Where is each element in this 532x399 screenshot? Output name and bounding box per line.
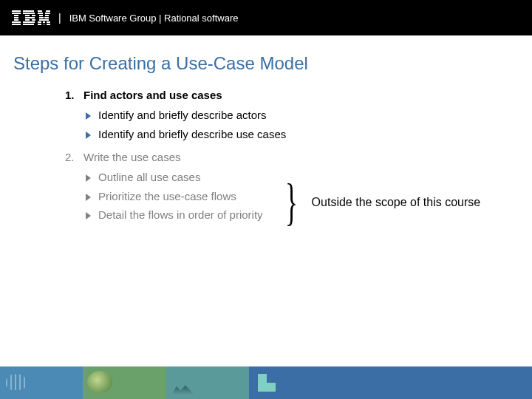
svg-rect-14 — [23, 21, 35, 23]
svg-rect-27 — [47, 21, 50, 23]
bullet-icon — [86, 174, 91, 182]
footer-graphic-1 — [0, 366, 83, 399]
step-2-head: 2. Write the use cases — [65, 151, 519, 163]
svg-rect-9 — [25, 15, 30, 16]
header-divider: | — [58, 12, 61, 24]
footer-graphic-2 — [83, 366, 166, 399]
svg-rect-2 — [14, 15, 18, 16]
svg-rect-13 — [32, 19, 35, 21]
step-1-head: 1. Find actors and use cases — [65, 89, 519, 101]
svg-rect-25 — [38, 21, 41, 23]
step-2-sub-1-text: Outline all use cases — [98, 168, 200, 187]
svg-rect-1 — [12, 13, 21, 14]
svg-rect-8 — [23, 13, 35, 14]
footer-graphic-3 — [166, 366, 249, 399]
step-1: 1. Find actors and use cases Identify an… — [65, 89, 519, 143]
step-1-sub-2-text: Identify and briefly describe use cases — [98, 125, 286, 144]
footer-bar — [0, 366, 532, 399]
svg-rect-5 — [12, 21, 21, 23]
bullet-icon — [86, 194, 91, 201]
svg-rect-24 — [39, 19, 49, 21]
footer-brand-block — [415, 366, 532, 399]
page-title: Steps for Creating a Use-Case Model — [13, 53, 519, 74]
step-2-sub-3-text: Detail the flows in order of priority — [98, 205, 263, 225]
svg-rect-15 — [23, 24, 34, 25]
svg-rect-6 — [12, 24, 21, 25]
brace-icon: } — [285, 180, 298, 225]
ibm-logo — [12, 10, 50, 25]
svg-rect-7 — [23, 10, 34, 12]
step-1-num: 1. — [65, 89, 75, 101]
svg-rect-3 — [14, 17, 18, 18]
step-2-num: 2. — [65, 151, 75, 163]
bullet-icon — [86, 212, 91, 219]
svg-rect-18 — [38, 13, 43, 14]
footer-graphic-4 — [249, 366, 332, 399]
header-bar: | IBM Software Group | Rational software — [0, 0, 532, 35]
annotation-text: Outside the scope of this course — [312, 196, 481, 209]
svg-rect-0 — [12, 10, 21, 12]
svg-rect-22 — [39, 17, 44, 18]
svg-rect-11 — [25, 17, 35, 18]
step-1-sub-1-text: Identify and briefly describe actors — [98, 106, 267, 125]
step-1-label: Find actors and use cases — [83, 89, 222, 101]
svg-rect-28 — [38, 24, 41, 25]
svg-rect-20 — [39, 15, 43, 16]
header-spacer — [0, 35, 532, 46]
bullet-icon — [86, 112, 91, 120]
svg-rect-26 — [43, 21, 45, 23]
svg-rect-17 — [46, 10, 50, 12]
step-2-sub-2-text: Prioritize the use-case flows — [98, 187, 236, 206]
svg-rect-12 — [25, 19, 30, 21]
scope-annotation: } Outside the scope of this course — [285, 180, 480, 225]
svg-rect-21 — [45, 15, 49, 16]
svg-rect-4 — [14, 19, 18, 21]
svg-rect-10 — [32, 15, 35, 16]
footer-graphics — [0, 366, 415, 399]
svg-rect-19 — [45, 13, 50, 14]
step-1-sub-1: Identify and briefly describe actors — [86, 106, 519, 125]
step-2-label: Write the use cases — [83, 151, 180, 163]
step-1-sub-2: Identify and briefly describe use cases — [86, 125, 519, 144]
svg-rect-30 — [47, 24, 50, 25]
svg-rect-29 — [44, 24, 44, 25]
svg-rect-23 — [44, 17, 49, 18]
header-text: IBM Software Group | Rational software — [69, 13, 239, 24]
footer-graphic-5 — [332, 366, 415, 399]
svg-rect-16 — [38, 10, 42, 12]
bullet-icon — [86, 132, 91, 139]
